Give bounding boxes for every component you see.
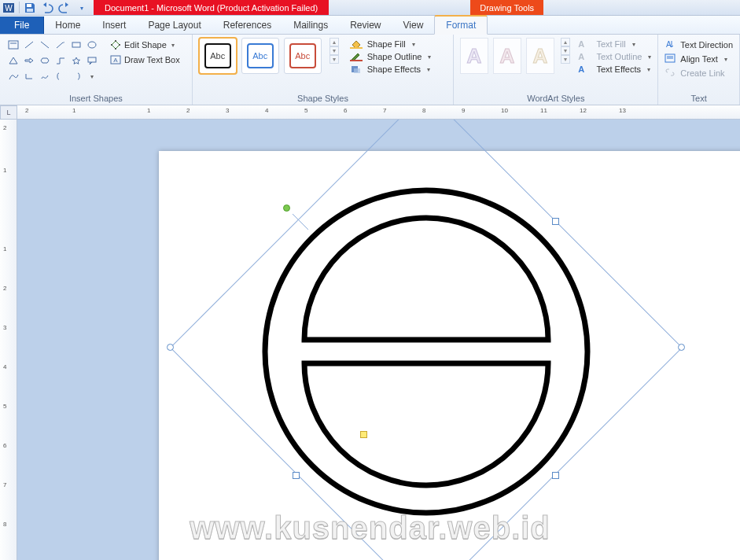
svg-line-8 (57, 42, 63, 48)
tab-mailings[interactable]: Mailings (282, 17, 339, 34)
svg-point-13 (119, 44, 120, 46)
handle-left[interactable] (167, 344, 174, 351)
shape-angle-icon[interactable] (22, 69, 36, 83)
svg-line-7 (41, 42, 49, 48)
qat-dropdown-icon[interactable]: ▾ (75, 2, 88, 14)
text-fill-button[interactable]: A Text Fill▾ (578, 38, 651, 50)
shape-textbox-icon[interactable] (6, 38, 20, 52)
handle-bl[interactable] (293, 472, 300, 479)
save-icon[interactable] (24, 2, 36, 14)
shape-hexagon-icon[interactable] (38, 53, 52, 68)
svg-text:W: W (5, 4, 13, 13)
shape-connector-icon[interactable] (53, 53, 68, 68)
handle-br[interactable] (552, 472, 559, 479)
shape-curve-icon[interactable] (6, 69, 20, 83)
vertical-ruler[interactable]: 2112345678 (0, 120, 17, 560)
svg-rect-18 (350, 47, 363, 49)
text-effects-button[interactable]: A Text Effects▾ (578, 63, 651, 76)
style-preset-2[interactable]: Abc (241, 38, 279, 74)
shape-outline-button[interactable]: Shape Outline▾ (350, 50, 432, 63)
style-preset-1[interactable]: Abc (199, 38, 237, 74)
wordart-preset-3[interactable]: A (526, 38, 554, 74)
window-title: Document1 - Microsoft Word (Product Acti… (94, 0, 329, 15)
svg-rect-2 (27, 4, 31, 7)
handle-right[interactable] (678, 344, 685, 351)
tab-view[interactable]: View (392, 17, 435, 34)
app-icon: W (2, 2, 15, 14)
horizontal-ruler[interactable]: 2112345678910111213 (17, 105, 740, 120)
gallery-up-icon[interactable]: ▴ (330, 38, 339, 46)
wa-down-icon[interactable]: ▾ (561, 46, 570, 55)
text-effects-icon: A (578, 64, 584, 74)
undo-icon[interactable] (41, 2, 53, 14)
svg-rect-9 (72, 42, 80, 47)
svg-text:A: A (533, 44, 548, 68)
shape-callout-icon[interactable] (85, 53, 99, 68)
shape-selection[interactable] (175, 127, 678, 560)
gallery-down-icon[interactable]: ▾ (330, 46, 339, 55)
shape-arrow-right-icon[interactable] (22, 53, 36, 68)
tab-home[interactable]: Home (44, 17, 91, 34)
draw-text-box-label: Draw Text Box (124, 55, 180, 64)
shape-line2-icon[interactable] (38, 38, 52, 52)
ribbon-tabs: File Home Insert Page Layout References … (0, 16, 740, 35)
shape-brace2-icon[interactable] (69, 69, 83, 83)
align-text-button[interactable]: Align Text▾ (665, 52, 727, 66)
handle-tl[interactable] (293, 218, 300, 225)
ribbon: ▾ Edit Shape▾ A Draw Text Box Insert Sha… (0, 35, 740, 105)
group-label-shape-styles: Shape Styles (199, 92, 447, 103)
shape-rect-icon[interactable] (69, 38, 83, 52)
svg-text:A: A (113, 57, 118, 64)
shape-more-icon[interactable]: ▾ (85, 69, 99, 83)
shape-line-icon[interactable] (22, 38, 36, 52)
tab-format[interactable]: Format (434, 15, 488, 35)
tab-references[interactable]: References (212, 17, 282, 34)
shape-arrow-icon[interactable] (53, 38, 68, 52)
create-link-button[interactable]: Create Link (665, 66, 724, 80)
draw-text-box-button[interactable]: A Draw Text Box (107, 53, 183, 67)
group-insert-shapes: ▾ Edit Shape▾ A Draw Text Box Insert Sha… (0, 35, 193, 105)
gallery-more-icon[interactable]: ▾ (330, 55, 339, 64)
pen-icon (350, 52, 363, 61)
shape-freeform-icon[interactable] (38, 69, 52, 83)
shape-star-icon[interactable] (69, 53, 83, 68)
workspace: L 2112345678910111213 2112345678 (0, 105, 740, 560)
adjust-handle[interactable] (360, 431, 367, 438)
tab-page-layout[interactable]: Page Layout (137, 17, 212, 34)
svg-text:A: A (500, 44, 515, 68)
text-direction-button[interactable]: AText Direction (665, 38, 733, 52)
file-tab[interactable]: File (0, 17, 44, 34)
shape-effects-button[interactable]: Shape Effects▾ (350, 63, 432, 76)
rotate-handle[interactable] (283, 204, 290, 212)
effects-icon (350, 64, 363, 74)
svg-line-6 (25, 42, 33, 48)
document-canvas[interactable] (17, 120, 740, 560)
wordart-preset-1[interactable]: A (460, 38, 488, 74)
edit-shape-button[interactable]: Edit Shape▾ (107, 38, 183, 52)
link-icon (665, 68, 676, 79)
shape-fill-button[interactable]: Shape Fill▾ (350, 38, 432, 50)
ruler-corner[interactable]: L (0, 105, 17, 120)
shape-brace-icon[interactable] (53, 69, 68, 83)
text-outline-button[interactable]: A Text Outline▾ (578, 50, 651, 63)
edit-shape-icon (110, 39, 121, 50)
edit-shape-label: Edit Shape (124, 40, 167, 50)
wa-up-icon[interactable]: ▴ (561, 38, 570, 46)
style-preset-3[interactable]: Abc (284, 38, 322, 74)
wordart-preset-2[interactable]: A (493, 38, 521, 74)
shapes-gallery[interactable]: ▾ (6, 38, 99, 83)
handle-tr[interactable] (552, 218, 559, 225)
svg-rect-11 (88, 57, 96, 62)
svg-point-10 (88, 42, 96, 48)
tab-insert[interactable]: Insert (91, 17, 137, 34)
wa-more-icon[interactable]: ▾ (561, 55, 570, 64)
group-text: AText Direction Align Text▾ Create Link … (658, 35, 740, 105)
svg-rect-19 (350, 60, 363, 61)
shape-oval-icon[interactable] (85, 38, 99, 52)
svg-text:A: A (467, 44, 482, 68)
redo-icon[interactable] (58, 2, 71, 14)
svg-point-15 (115, 48, 116, 50)
tab-review[interactable]: Review (339, 17, 392, 34)
shape-triangle-icon[interactable] (6, 53, 20, 68)
group-shape-styles: Abc Abc Abc ▴ ▾ ▾ Shape Fill▾ Shape Outl… (193, 35, 455, 105)
